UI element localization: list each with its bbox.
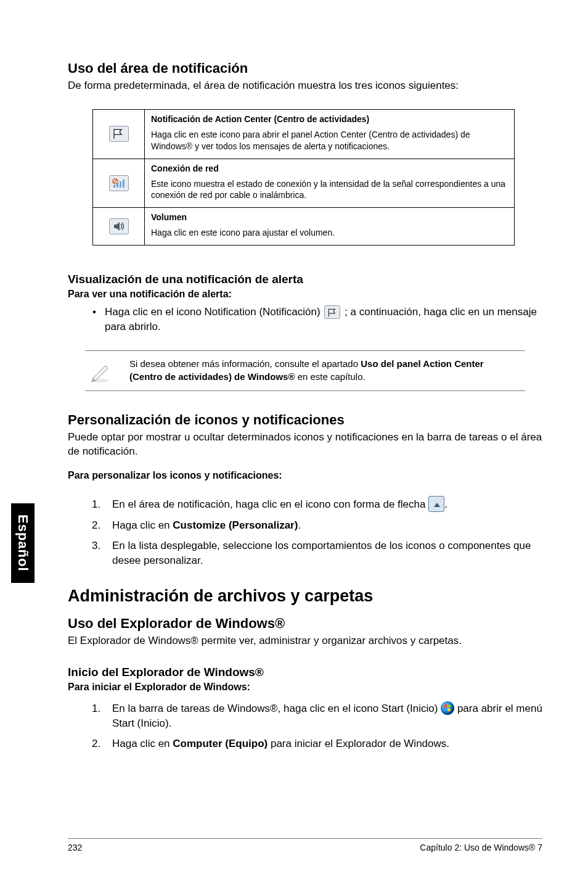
list-item: En la lista desplegable, seleccione los … <box>104 538 542 568</box>
table-row-title: Conexión de red <box>151 163 508 175</box>
note-post: en este capítulo. <box>295 371 365 382</box>
notification-icons-table: Notificación de Action Center (Centro de… <box>92 109 515 245</box>
section-intro: De forma predeterminada, el área de noti… <box>68 79 542 93</box>
table-icon-cell <box>93 159 145 208</box>
personalization-intro: Puede optar por mostrar u ocultar determ… <box>68 431 542 459</box>
step-text: . <box>444 498 447 510</box>
network-icon <box>109 175 129 191</box>
flag-icon <box>324 305 340 319</box>
section-heading-explorer: Uso del Explorador de Windows® <box>68 616 542 632</box>
svg-rect-0 <box>113 185 115 188</box>
table-icon-cell <box>93 208 145 245</box>
table-desc-cell: Notificación de Action Center (Centro de… <box>145 109 515 159</box>
note-pen-icon <box>85 357 116 384</box>
step-text: para iniciar el Explorador de Windows. <box>267 738 449 749</box>
page-number: 232 <box>68 843 82 852</box>
page-content: Uso del área de notificación De forma pr… <box>68 60 542 757</box>
table-row: Volumen Haga clic en este icono para aju… <box>93 208 515 245</box>
section-heading-personalization: Personalización de iconos y notificacion… <box>68 412 542 428</box>
note-pre: Si desea obtener más información, consul… <box>129 358 361 369</box>
table-row-title: Volumen <box>151 212 508 223</box>
page-footer: 232 Capítulo 2: Uso de Windows® 7 <box>68 838 542 852</box>
table-row-desc: Este icono muestra el estado de conexión… <box>151 179 505 200</box>
major-heading: Administración de archivos y carpetas <box>68 587 542 606</box>
step-text: En el área de notificación, haga clic en… <box>112 498 428 510</box>
note-text: Si desea obtener más información, consul… <box>129 357 525 383</box>
explorer-start-heading: Inicio del Explorador de Windows® <box>68 666 542 679</box>
note-box: Si desea obtener más información, consul… <box>85 350 525 391</box>
table-row: Notificación de Action Center (Centro de… <box>93 109 515 159</box>
table-desc-cell: Conexión de red Este icono muestra el es… <box>145 159 515 208</box>
table-icon-cell <box>93 109 145 159</box>
explorer-intro: El Explorador de Windows® permite ver, a… <box>68 634 542 648</box>
list-item: Haga clic en Computer (Equipo) para inic… <box>104 736 542 751</box>
step-text: En la lista desplegable, seleccione los … <box>112 540 531 566</box>
list-item: Haga clic en Customize (Personalizar). <box>104 518 542 533</box>
table-desc-cell: Volumen Haga clic en este icono para aju… <box>145 208 515 245</box>
svg-rect-3 <box>123 179 125 188</box>
personalization-steps: En el área de notificación, haga clic en… <box>92 496 542 568</box>
svg-rect-2 <box>120 181 121 188</box>
list-item: En la barra de tareas de Windows®, haga … <box>104 701 542 731</box>
step-text: Haga clic en <box>112 519 173 531</box>
volume-icon <box>109 218 129 234</box>
step-text: . <box>298 519 301 531</box>
start-orb-icon <box>441 701 454 715</box>
step-text: Haga clic en <box>112 738 173 749</box>
personalization-subheading: Para personalizar los iconos y notificac… <box>68 470 542 481</box>
table-row: Conexión de red Este icono muestra el es… <box>93 159 515 208</box>
bullet-text-pre: Haga clic en el icono Notification (Noti… <box>105 306 323 318</box>
table-row-desc: Haga clic en este icono para abrir el pa… <box>151 130 470 151</box>
svg-line-5 <box>113 179 117 183</box>
section-heading-notification-area: Uso del área de notificación <box>68 60 542 76</box>
step-text: En la barra de tareas de Windows®, haga … <box>112 703 441 714</box>
language-side-tab: Español <box>11 503 35 583</box>
alert-bullet: Haga clic en el icono Notification (Noti… <box>92 305 542 334</box>
flag-icon <box>109 126 129 142</box>
alert-subheading: Para ver una notificación de alerta: <box>68 289 542 300</box>
explorer-start-subheading: Para iniciar el Explorador de Windows: <box>68 682 542 693</box>
step-bold: Computer (Equipo) <box>173 738 267 749</box>
list-item: En el área de notificación, haga clic en… <box>104 496 542 512</box>
table-row-title: Notificación de Action Center (Centro de… <box>151 113 508 125</box>
table-row-desc: Haga clic en este icono para ajustar el … <box>151 228 335 237</box>
chapter-label: Capítulo 2: Uso de Windows® 7 <box>420 843 542 852</box>
alert-heading: Visualización de una notificación de ale… <box>68 273 542 286</box>
arrow-up-badge-icon <box>428 496 444 512</box>
explorer-steps: En la barra de tareas de Windows®, haga … <box>92 701 542 751</box>
step-bold: Customize (Personalizar) <box>173 519 298 531</box>
